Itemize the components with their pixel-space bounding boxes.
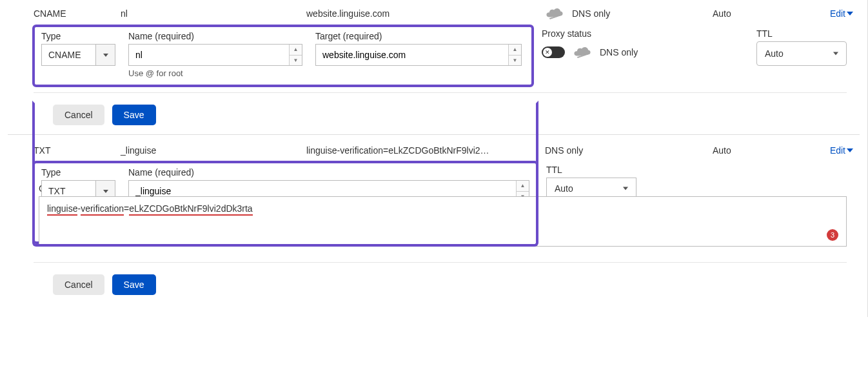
- stepper-icon[interactable]: ▲▼: [508, 45, 521, 65]
- ttl-value: Auto: [706, 8, 821, 19]
- proxy-status-text: DNS only: [572, 8, 610, 19]
- record-name-value: _linguise: [121, 145, 306, 156]
- target-input[interactable]: ▲▼: [315, 44, 522, 66]
- edit-button[interactable]: Edit: [830, 145, 853, 156]
- edit-label: Edit: [830, 145, 845, 156]
- target-input-field[interactable]: [316, 45, 508, 65]
- content-part: linguise: [47, 203, 77, 216]
- ttl-label: TTL: [546, 165, 636, 175]
- proxy-status-text: DNS only: [545, 145, 583, 156]
- caret-down-icon: [623, 187, 628, 190]
- ttl-value: Auto: [706, 145, 821, 156]
- caret-down-icon: [847, 12, 853, 15]
- caret-down-icon: [833, 52, 838, 56]
- type-select[interactable]: CNAME: [41, 44, 115, 66]
- save-button[interactable]: Save: [112, 274, 156, 295]
- ttl-label: TTL: [756, 28, 847, 39]
- dns-record-row-1: CNAME nl website.linguise.com DNS only A…: [8, 0, 860, 25]
- type-label: Type: [41, 31, 115, 41]
- cloud-dns-only-icon: [573, 46, 592, 58]
- record1-edit-highlight: Type CNAME Name (required) ▲▼ Use @ for …: [32, 25, 534, 87]
- select-arrow-icon: [95, 45, 115, 65]
- caret-down-icon: [847, 148, 853, 152]
- record-content-value: linguise-verification=eLkZCDGoBtkNrF9lvi…: [306, 145, 545, 156]
- ttl-select-value: Auto: [765, 48, 784, 59]
- edit-button[interactable]: Edit: [830, 8, 853, 19]
- name-input-field[interactable]: [129, 45, 289, 65]
- proxy-status-label: Proxy status: [542, 28, 738, 39]
- name-input[interactable]: ▲▼: [128, 44, 302, 66]
- edit-label: Edit: [830, 8, 845, 19]
- content-part: verification: [81, 203, 124, 216]
- type-select-value: CNAME: [42, 45, 95, 65]
- target-label: Target (required): [315, 31, 522, 41]
- type-label: Type: [41, 167, 115, 178]
- ttl-select-value: Auto: [555, 183, 573, 194]
- name-label: Name (required): [128, 31, 302, 41]
- cancel-button[interactable]: Cancel: [53, 274, 104, 295]
- record-name-value: nl: [121, 8, 306, 19]
- record-content-value: website.linguise.com: [306, 8, 545, 19]
- content-textarea[interactable]: linguise-verification=eLkZCDGoBtkNrF9lvi…: [39, 196, 847, 247]
- stepper-icon[interactable]: ▲▼: [289, 45, 302, 65]
- ttl-select[interactable]: Auto: [756, 41, 847, 66]
- error-count-badge: 3: [827, 229, 838, 241]
- record-type-value: CNAME: [34, 8, 121, 19]
- save-button[interactable]: Save: [112, 105, 156, 125]
- proxy-status-text: DNS only: [600, 47, 638, 57]
- cloud-dns-only-icon: [545, 8, 564, 19]
- content-part: eLkZCDGoBtkNrF9lvi2dDk3rta: [129, 203, 252, 216]
- cancel-button[interactable]: Cancel: [53, 105, 104, 125]
- name-hint: Use @ for root: [128, 68, 302, 78]
- proxy-toggle[interactable]: ✕: [542, 46, 565, 58]
- dns-record-row-2: TXT _linguise linguise-verification=eLkZ…: [8, 141, 860, 161]
- record-type-value: TXT: [34, 145, 121, 156]
- name-label: Name (required): [128, 167, 529, 178]
- toggle-off-icon: ✕: [543, 48, 552, 57]
